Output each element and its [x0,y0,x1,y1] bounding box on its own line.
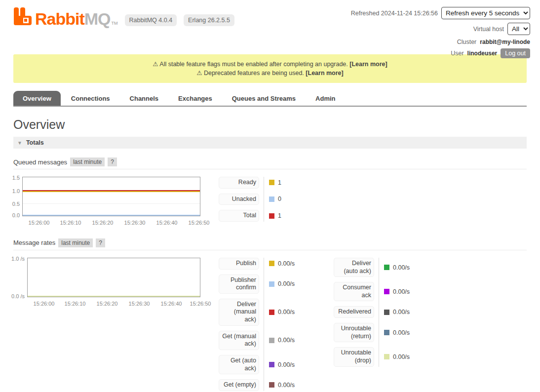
y-tick: 1.0 /s [0,256,25,262]
main-nav-tabs: Overview Connections Channels Exchanges … [13,91,527,107]
rates-zero-line [28,296,200,297]
rabbitmq-version-badge: RabbitMQ 4.0.4 [125,14,177,26]
x-tick: 15:26:00 [34,301,55,307]
legend-label: Unroutable (drop) [334,347,374,366]
legend-row-redelivered: Redelivered 0.00/s [334,306,410,318]
legend-row-consumer-ack: Consumer ack 0.00/s [334,282,410,301]
total-color-swatch [269,213,274,219]
publisher-confirm-color-swatch [269,281,274,287]
deliver-auto-ack-color-swatch [384,265,389,270]
legend-label: Deliver (manual ack) [219,299,259,326]
redelivered-color-swatch [384,310,389,315]
legend-row-unacked: Unacked 0 [219,194,281,205]
queued-help-icon[interactable]: ? [108,157,117,166]
x-tick: 15:26:10 [65,301,86,307]
queued-messages-legend: Ready 1 Unacked 0 Total 1 [219,177,281,222]
message-rates-chart: 1.0 /s 0.0 /s 15:26:00 15:26:10 15:26:20… [13,258,219,391]
legend-value: 1 [278,179,281,186]
legend-value: 0.00/s [393,288,410,295]
unroutable-drop-color-swatch [384,354,389,359]
logout-button[interactable]: Log out [501,48,530,58]
legend-row-deliver-auto-ack: Deliver (auto ack) 0.00/s [334,258,410,277]
legend-label: Deliver (auto ack) [334,258,374,277]
queued-messages-header: Queued messages last minute ? [13,157,527,169]
message-rates-title: Message rates [13,239,55,246]
legend-label: Consumer ack [334,282,374,301]
rabbitmq-logo[interactable]: RabbitMQTM [13,7,118,27]
legend-value: 0.00/s [393,353,410,360]
legend-label: Get (manual ack) [219,331,259,350]
x-tick: 15:26:00 [29,220,50,226]
legend-row-publisher-confirm: Publisher confirm 0.00/s [219,274,334,294]
legend-label: Unroutable (return) [334,323,374,342]
legend-value: 0.00/s [278,309,295,315]
legend-value: 1 [278,212,281,219]
legend-row-unroutable-drop: Unroutable (drop) 0.00/s [334,347,410,366]
tab-queues-and-streams[interactable]: Queues and Streams [223,91,305,106]
legend-label: Total [219,210,259,222]
y-tick: 0.0 [0,212,20,218]
totals-section-header[interactable]: ▼ Totals [13,137,527,149]
tab-channels[interactable]: Channels [120,91,168,106]
legend-row-total: Total 1 [219,210,281,222]
refresh-interval-select[interactable]: Refresh every 5 seconds [441,7,530,19]
legend-label: Get (auto ack) [219,355,259,374]
y-tick: 1.0 [0,188,20,194]
legend-value: 0.00/s [278,337,295,344]
legend-label: Ready [219,177,259,189]
legend-row-get-manual-ack: Get (manual ack) 0.00/s [219,331,334,350]
y-tick: 0.5 [0,201,20,207]
virtual-host-select[interactable]: All [507,23,530,35]
legend-label: Publisher confirm [219,274,259,294]
tab-exchanges[interactable]: Exchanges [169,91,222,106]
cluster-name: rabbit@my-linode [480,39,530,45]
legend-value: 0.00/s [393,264,410,271]
learn-more-link-1[interactable]: [Learn more] [349,61,387,68]
ready-series-line [23,191,200,192]
x-tick: 15:26:20 [97,301,118,307]
unacked-color-swatch [269,196,274,202]
user-label: User [451,50,463,57]
page-header: RabbitMQTM RabbitMQ 4.0.4 Erlang 26.2.5.… [0,0,540,52]
x-tick: 15:26:10 [60,220,81,226]
collapse-arrow-icon: ▼ [17,140,22,146]
learn-more-link-2[interactable]: [Learn more] [306,70,343,77]
unroutable-return-color-swatch [384,330,389,335]
message-rates-legend: Publish 0.00/s Publisher confirm 0.00/s … [219,258,410,391]
legend-value: 0.00/s [278,280,295,287]
x-tick: 15:26:40 [161,301,182,307]
queued-messages-chart: 1.5 1.0 0.5 0.0 15:26:00 15:26:10 15:26:… [13,177,219,222]
tab-admin[interactable]: Admin [306,91,345,106]
get-empty-color-swatch [269,382,274,388]
rates-chart-period-badge[interactable]: last minute [58,238,93,247]
tab-connections[interactable]: Connections [62,91,119,106]
get-manual-ack-color-swatch [269,338,274,343]
queued-chart-period-badge[interactable]: last minute [70,157,105,166]
queued-messages-title: Queued messages [13,158,67,166]
legend-value: 0.00/s [278,260,295,267]
legend-row-get-auto-ack: Get (auto ack) 0.00/s [219,355,334,374]
cluster-label: Cluster [457,39,477,45]
x-tick: 15:26:50 [189,220,210,226]
erlang-version-badge: Erlang 26.2.5.5 [184,14,234,26]
x-tick: 15:26:20 [92,220,114,226]
y-tick: 1.5 [0,175,20,181]
rabbitmq-logo-icon [13,7,32,27]
legend-row-get-empty: Get (empty) 0.00/s [219,379,334,391]
legend-value: 0 [278,196,281,202]
page-title: Overview [13,118,527,132]
warning-line-2: ⚠ Deprecated features are being used. [196,70,304,77]
legend-value: 0.00/s [393,309,410,315]
rates-help-icon[interactable]: ? [96,238,105,247]
legend-label: Get (empty) [219,379,259,391]
total-series-line [23,190,200,191]
legend-value: 0.00/s [278,382,295,389]
get-auto-ack-color-swatch [269,362,274,367]
tab-overview[interactable]: Overview [13,91,61,106]
x-tick: 15:26:30 [129,301,150,307]
legend-label: Publish [219,258,259,270]
publish-color-swatch [269,261,274,266]
legend-value: 0.00/s [278,361,295,368]
virtual-host-label: Virtual host [473,26,504,33]
legend-row-deliver-manual-ack: Deliver (manual ack) 0.00/s [219,299,334,326]
